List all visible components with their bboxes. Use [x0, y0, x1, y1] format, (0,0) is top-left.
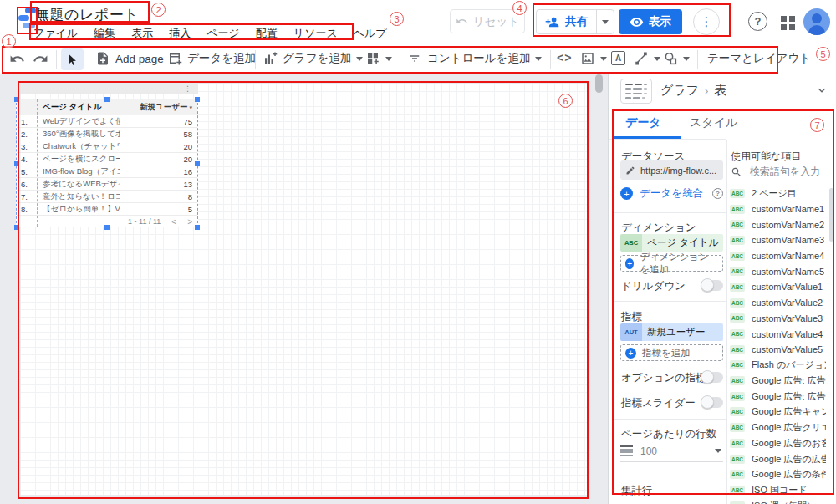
community-visualizations-button[interactable]: [365, 51, 392, 66]
selection-handle[interactable]: [104, 97, 110, 102]
shape-icon: [663, 51, 678, 66]
share-dropdown-caret[interactable]: [596, 10, 614, 33]
add-chart-button[interactable]: グラフを追加: [263, 51, 363, 66]
field-list-scrollbar[interactable]: [829, 188, 833, 242]
field-list-item[interactable]: ABC customVarName2: [730, 216, 826, 232]
field-list-item[interactable]: ABC Google 広告のお客様 ...: [730, 435, 826, 451]
add-page-button[interactable]: Add page: [95, 51, 164, 66]
field-list-item[interactable]: ABC Google 広告キャンペ...: [730, 405, 826, 420]
field-list-item[interactable]: ABC customVarName4: [730, 248, 826, 264]
add-dimension-button[interactable]: + ディメンションを追加: [620, 255, 723, 272]
more-options-button[interactable]: ⋮: [693, 8, 720, 35]
field-list-item[interactable]: ABC customVarValue2: [730, 295, 826, 311]
apps-grid-icon[interactable]: [781, 16, 795, 30]
shape-tool-button[interactable]: [663, 51, 690, 66]
row-number: 2.: [17, 130, 38, 139]
menu-item[interactable]: 挿入: [169, 26, 191, 41]
selection-handle[interactable]: [104, 225, 110, 230]
rows-per-page-select[interactable]: 100: [620, 440, 723, 462]
menu-item[interactable]: 表示: [131, 26, 153, 41]
field-list-item[interactable]: ABC Flash のバージョン: [730, 358, 826, 374]
data-source-chip[interactable]: https://img-flow.c...: [620, 160, 723, 180]
selection-handle[interactable]: [195, 225, 200, 230]
menu-item[interactable]: リソース: [293, 26, 338, 41]
avatar[interactable]: [803, 8, 830, 35]
field-list-item[interactable]: ABC customVarName1: [730, 201, 826, 217]
field-list-item[interactable]: ABC Google 広告の広告グ...: [730, 451, 826, 467]
help-icon[interactable]: ?: [748, 12, 767, 31]
metric-chip[interactable]: AUT 新規ユーザー: [620, 323, 723, 341]
text-tool-button[interactable]: A: [611, 51, 625, 65]
field-list-item[interactable]: ABC Google 広告の条件 ID: [730, 466, 826, 482]
menu-item[interactable]: ファイル: [33, 26, 78, 41]
field-search[interactable]: 検索語句を入力: [731, 165, 820, 179]
add-control-button[interactable]: コントロールを追加: [407, 51, 542, 66]
undo-button[interactable]: [9, 51, 25, 67]
selection-handle[interactable]: [14, 97, 19, 102]
column-header-title[interactable]: ページ タイトル: [38, 102, 120, 113]
tab-data[interactable]: データ: [625, 115, 661, 130]
person-add-icon: [545, 15, 559, 29]
add-metric-button[interactable]: + 指標を追加: [620, 344, 723, 361]
field-list-item[interactable]: ABC Google 広告クリエイ...: [730, 420, 826, 435]
field-list-item[interactable]: ABC customVarName5: [730, 263, 826, 279]
field-list-item[interactable]: ABC 2 ページ目: [730, 186, 826, 201]
selection-handle[interactable]: [14, 225, 19, 230]
view-button[interactable]: 表示: [619, 9, 682, 34]
field-list-item[interactable]: ABC Google 広告: 広告ス...: [730, 389, 826, 405]
report-title[interactable]: 無題のレポート: [35, 5, 139, 24]
row-number: 8.: [17, 205, 38, 214]
data-source-url: https://img-flow.c...: [640, 165, 716, 176]
next-page-icon[interactable]: >: [187, 217, 192, 227]
image-tool-button[interactable]: [580, 51, 607, 66]
metric-slider-toggle[interactable]: [701, 397, 723, 408]
field-list-item[interactable]: ABC customVarValue4: [730, 326, 826, 342]
dimension-chip[interactable]: ABC ページ タイトル: [620, 234, 723, 252]
chevron-down-icon: [683, 57, 690, 61]
menu-item[interactable]: 編集: [94, 26, 115, 41]
redo-button[interactable]: [33, 51, 48, 67]
menu-item[interactable]: ページ: [206, 26, 240, 41]
field-list-item[interactable]: ABC ISO 週（年間）: [730, 498, 826, 504]
selection-handle[interactable]: [195, 97, 200, 102]
menu-item[interactable]: 配置: [256, 26, 278, 41]
metric-label: 指標: [621, 310, 642, 324]
column-header-metric[interactable]: 新規ユーザー▾: [120, 102, 197, 113]
table-rows-icon: [620, 445, 633, 456]
field-list-item[interactable]: ABC ISO 国コード: [730, 482, 826, 498]
drilldown-toggle[interactable]: [701, 280, 723, 291]
optional-metrics-toggle[interactable]: [701, 372, 723, 383]
table-row: 1. Webデザインでよく使う「.. 75: [17, 115, 197, 128]
table-more-icon[interactable]: ⋮: [184, 84, 191, 93]
row-value: 13: [120, 180, 197, 189]
chart-type-thumbnail[interactable]: [620, 79, 652, 104]
select-tool-button[interactable]: [61, 48, 84, 70]
selection-handle[interactable]: [14, 161, 19, 166]
field-list-item[interactable]: ABC customVarValue1: [730, 279, 826, 295]
column-divider: [37, 99, 38, 227]
text-box-icon: A: [611, 51, 625, 65]
blend-help-icon[interactable]: ?: [712, 188, 723, 199]
annotation-number-2: 2: [151, 3, 166, 17]
tab-style[interactable]: スタイル: [690, 115, 737, 130]
canvas-scrollbar[interactable]: [595, 74, 603, 93]
table-header-bar[interactable]: ⋮: [16, 84, 198, 94]
prev-page-icon[interactable]: <: [171, 217, 176, 227]
embed-url-button[interactable]: <>: [557, 51, 572, 64]
chart-subtype: 表: [714, 83, 726, 99]
table-chart[interactable]: ページ タイトル 新規ユーザー▾ 1. Webデザインでよく使う「.. 75 2…: [16, 99, 198, 227]
field-list-item[interactable]: ABC customVarValue5: [730, 342, 826, 358]
share-button[interactable]: 共有: [536, 9, 614, 34]
blend-data-button[interactable]: + データを統合: [620, 186, 703, 201]
selection-handle[interactable]: [195, 161, 200, 166]
panel-column-divider: [726, 140, 727, 504]
menu-item[interactable]: ヘルプ: [354, 26, 387, 41]
field-list-item[interactable]: ABC customVarValue3: [730, 311, 826, 327]
row-title: Chatwork（チャットワー..: [38, 141, 120, 152]
theme-layout-button[interactable]: テーマとレイアウト: [707, 51, 811, 66]
add-data-button[interactable]: データを追加: [167, 51, 256, 66]
field-list-item[interactable]: ABC customVarName3: [730, 232, 826, 248]
line-tool-button[interactable]: [634, 51, 660, 66]
field-list-item[interactable]: ABC Google 広告: 広告グ...: [730, 373, 826, 389]
collapse-panel-button[interactable]: [815, 84, 828, 100]
